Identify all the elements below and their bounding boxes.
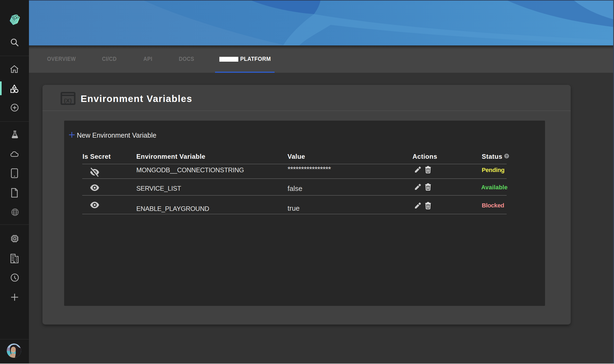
svg-text:(X): (X) [64, 97, 72, 104]
svg-text:?: ? [506, 154, 508, 158]
